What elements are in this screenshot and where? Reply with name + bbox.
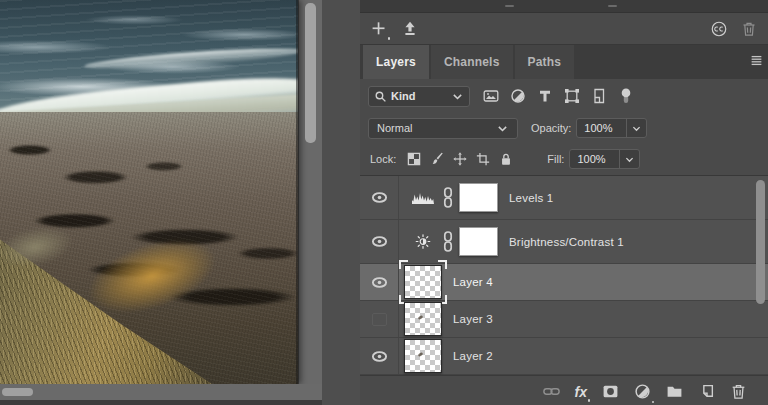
filter-row: Kind [360, 79, 768, 113]
delete-layer-icon[interactable] [730, 383, 747, 400]
eye-icon[interactable] [371, 350, 388, 363]
fill-field[interactable]: 100% [569, 149, 640, 169]
layer-mask-thumbnail[interactable] [459, 227, 498, 256]
tab-label: Channels [444, 55, 500, 69]
upload-icon[interactable] [402, 21, 418, 37]
adjustment-filter-icon[interactable] [510, 88, 526, 104]
lock-row: Lock: Fill: 100% [360, 143, 768, 176]
fill-value[interactable]: 100% [570, 153, 619, 165]
chevron-down-icon [496, 122, 509, 135]
layer-mask-thumbnail[interactable] [459, 183, 498, 212]
lock-icons [407, 152, 513, 166]
filter-type-icons [483, 88, 634, 104]
panel-dock-strip [360, 0, 768, 13]
layer-row[interactable]: Layer 3 [360, 301, 768, 338]
layer-name[interactable]: Layer 4 [453, 276, 493, 288]
levels-icon[interactable] [411, 190, 435, 205]
lock-position-icon[interactable] [453, 152, 467, 166]
lock-transparency-icon[interactable] [407, 152, 421, 166]
layer-name[interactable]: Levels 1 [509, 192, 553, 204]
layer-list-scrollbar-thumb[interactable] [756, 180, 765, 304]
chevron-down-icon [451, 90, 464, 103]
eye-icon[interactable] [371, 191, 388, 204]
link-layers-icon[interactable] [543, 383, 560, 400]
add-adjustment-icon[interactable] [634, 383, 651, 400]
tab-label: Paths [528, 55, 562, 69]
new-layer-icon[interactable] [698, 383, 715, 400]
document-window [0, 0, 322, 405]
filter-kind-dropdown[interactable]: Kind [368, 86, 470, 107]
transparent-thumbnail [404, 339, 442, 373]
opacity-label: Opacity: [531, 122, 571, 134]
layer-name[interactable]: Layer 3 [453, 313, 493, 325]
lock-artboard-icon[interactable] [476, 152, 490, 166]
mask-link-icon [443, 187, 453, 208]
panel-tabs: LayersChannelsPaths [360, 45, 768, 79]
trash-icon[interactable] [741, 21, 757, 37]
layer-thumbnail[interactable] [404, 265, 442, 299]
transparent-thumbnail [404, 265, 442, 299]
tab-layers[interactable]: Layers [363, 45, 429, 79]
eye-icon[interactable] [371, 276, 388, 289]
filter-kind-value: Kind [391, 90, 415, 102]
filtering-toggle-icon[interactable] [618, 88, 634, 104]
horizontal-scrollbar-thumb[interactable] [2, 388, 33, 396]
visibility-empty-well [372, 313, 387, 326]
pixel-filter-icon[interactable] [483, 88, 499, 104]
opacity-value[interactable]: 100% [577, 122, 626, 134]
tab-label: Layers [376, 55, 416, 69]
panel-header [360, 13, 768, 45]
canvas-photo[interactable] [0, 0, 298, 384]
photoshop-window: LayersChannelsPaths Kind Normal Opacity:… [0, 0, 768, 405]
layer-visibility-toggle[interactable] [360, 264, 399, 300]
layer-thumbnail[interactable] [404, 302, 442, 336]
layer-row[interactable]: Levels 1 [360, 176, 768, 220]
chevron-down-icon[interactable] [626, 119, 646, 137]
lock-pixels-icon[interactable] [430, 152, 444, 166]
document-area [0, 0, 360, 405]
transparent-thumbnail [404, 302, 442, 336]
document-bottom-strip [0, 400, 322, 405]
panel-menu-icon[interactable] [750, 54, 763, 67]
layer-visibility-toggle[interactable] [360, 176, 399, 219]
search-icon [374, 90, 387, 103]
layer-name[interactable]: Layer 2 [453, 350, 493, 362]
layer-list: Levels 1Brightness/Contrast 1Layer 4Laye… [360, 176, 768, 375]
layer-effects-icon[interactable]: fx [575, 385, 587, 399]
lock-all-icon[interactable] [499, 152, 513, 166]
brightness-contrast-icon[interactable] [411, 234, 435, 249]
layers-panel: LayersChannelsPaths Kind Normal Opacity:… [360, 0, 768, 405]
layer-name[interactable]: Brightness/Contrast 1 [509, 236, 624, 248]
fill-label: Fill: [547, 153, 564, 165]
fx-label: fx [575, 385, 587, 399]
add-mask-icon[interactable] [602, 383, 619, 400]
canvas-edge-shadow [296, 0, 299, 384]
creative-cloud-icon[interactable] [711, 21, 727, 37]
opacity-field[interactable]: 100% [576, 118, 647, 138]
layer-thumbnail[interactable] [404, 339, 442, 373]
add-icon[interactable] [371, 21, 387, 37]
tab-channels[interactable]: Channels [431, 45, 513, 79]
layer-row[interactable]: Layer 2 [360, 338, 768, 375]
vertical-scrollbar-thumb[interactable] [305, 3, 316, 143]
layer-row[interactable]: Brightness/Contrast 1 [360, 220, 768, 264]
layer-visibility-toggle[interactable] [360, 338, 399, 374]
type-filter-icon[interactable] [537, 88, 553, 104]
layer-row[interactable]: Layer 4 [360, 264, 768, 301]
eye-icon[interactable] [371, 235, 388, 248]
blend-mode-dropdown[interactable]: Normal [368, 118, 518, 139]
mask-link-icon [443, 231, 453, 252]
blend-row: Normal Opacity: 100% [360, 113, 768, 143]
blend-mode-value: Normal [377, 122, 412, 134]
lock-label: Lock: [370, 153, 396, 165]
layer-visibility-toggle[interactable] [360, 220, 399, 263]
layers-panel-footer: fx [360, 375, 768, 405]
shape-filter-icon[interactable] [564, 88, 580, 104]
layer-visibility-toggle[interactable] [360, 301, 399, 337]
tab-paths[interactable]: Paths [515, 45, 575, 79]
new-group-icon[interactable] [666, 383, 683, 400]
horizontal-scrollbar[interactable] [0, 384, 322, 400]
chevron-down-icon[interactable] [619, 150, 639, 168]
smart-object-filter-icon[interactable] [591, 88, 607, 104]
